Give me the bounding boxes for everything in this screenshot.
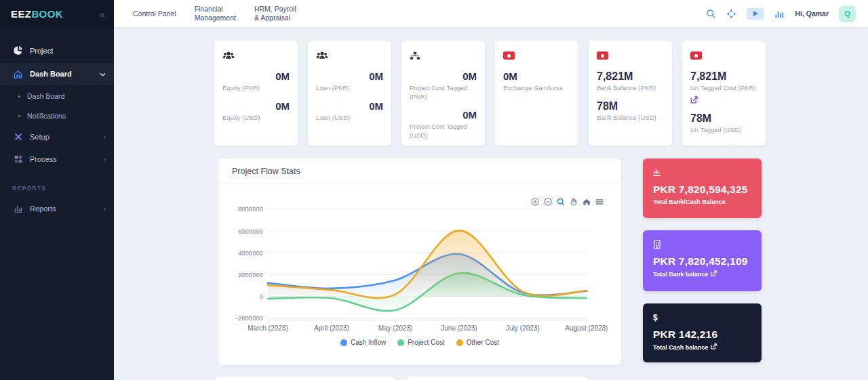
stat-label: Loan (USD): [316, 113, 383, 122]
legend-label: Other Cost: [467, 339, 499, 346]
sidebar-subitem-label: Notifications: [27, 112, 66, 120]
sidebar-item-label: Process: [30, 155, 57, 163]
tab-label-line1: HRM, Payroll: [254, 5, 296, 13]
bullet-dot-icon: [18, 96, 20, 98]
sidebar-subitem-dashboard[interactable]: Dash Board: [0, 87, 114, 105]
external-link-icon[interactable]: [711, 343, 717, 351]
summary-label: Total Bank/Cash Balance: [653, 198, 751, 205]
banknote-icon: [597, 49, 664, 62]
sidebar: EEZBOOK « Project Dash Board Dash Board …: [0, 0, 114, 380]
bank-icon: [653, 239, 751, 249]
expand-arrows-icon[interactable]: [726, 9, 736, 19]
bar-chart-icon: [12, 204, 24, 213]
partial-card: [216, 377, 395, 380]
sidebar-item-process[interactable]: Process ›: [0, 149, 114, 169]
pan-hand-icon[interactable]: [570, 198, 578, 206]
zoom-out-icon[interactable]: [544, 198, 552, 206]
sidebar-item-reports[interactable]: Reports ›: [0, 198, 114, 218]
summary-amount: PKR 7,820,452,109: [653, 255, 751, 268]
stat-value: 0M: [410, 70, 477, 83]
stat-value: 7,821M: [597, 70, 664, 83]
legend-item-other-cost[interactable]: Other Cost: [456, 339, 499, 346]
chart-toolbar: [531, 198, 604, 206]
tab-hrm-payroll[interactable]: HRM, Payroll& Appraisal: [254, 5, 296, 22]
sidebar-item-dashboard[interactable]: Dash Board: [0, 63, 114, 85]
sidebar-item-label: Dash Board: [30, 70, 72, 78]
sidebar-item-project[interactable]: Project: [0, 41, 114, 60]
stat-value: 0M: [503, 70, 570, 83]
stat-card-project-cost-tagged: 0MProject Cost Tagged (PKR) 0MProject Co…: [401, 41, 485, 146]
tab-control-panel[interactable]: Control Panel: [133, 9, 176, 18]
bullet-dot-icon: [18, 115, 20, 117]
legend-label: Cash Inflow: [351, 339, 386, 346]
chart-title: Project Flow Stats: [218, 159, 621, 184]
logo-primary: EEZ: [11, 8, 31, 20]
svg-text:March (2023): March (2023): [248, 324, 288, 332]
stat-card-equity: 0MEquity (PKR) 0MEquity (USD): [214, 41, 298, 146]
stat-label: Exchange Gain/Loss: [503, 83, 570, 92]
edit-icon[interactable]: [690, 94, 698, 106]
stat-card-loan: 0MLoan (PKR) 0MLoan (USD): [308, 41, 391, 146]
tab-financial-management[interactable]: FinancialManagement: [195, 5, 236, 22]
stat-label: Project Cost Tagged (PKR): [410, 83, 477, 101]
sidebar-item-label: Setup: [30, 133, 50, 141]
stats-bars-icon[interactable]: [774, 9, 785, 19]
stat-label: Un Tagged Cost (PKR): [690, 83, 757, 92]
sidebar-collapse-icon[interactable]: «: [100, 8, 105, 20]
project-flow-chart[interactable]: 80000006000000400000020000000-2000000Mar…: [218, 192, 621, 336]
legend-dot: [456, 339, 463, 346]
chevron-right-icon: ›: [103, 155, 106, 163]
stat-value: 0M: [410, 108, 477, 121]
stat-value: 0M: [222, 70, 290, 83]
summary-label-text: Total Bank/Cash Balance: [653, 198, 726, 205]
svg-text:May (2023): May (2023): [378, 324, 413, 332]
topbar-actions: Hi, Qamar Q: [706, 5, 856, 22]
svg-text:April (2023): April (2023): [314, 324, 349, 332]
chevron-right-icon: ›: [103, 133, 106, 141]
stat-label: Equity (PKR): [222, 83, 290, 92]
stat-card-bank-balance: 7,821MBank Balance (PKR) 78MBank Balance…: [589, 41, 672, 146]
stat-label: Bank Balance (USD): [597, 113, 664, 122]
external-link-icon[interactable]: [711, 270, 717, 278]
avatar[interactable]: Q: [839, 5, 856, 22]
total-bank-balance-card[interactable]: PKR 7,820,452,109 Total Bank balance: [643, 230, 762, 291]
svg-text:8000000: 8000000: [238, 205, 263, 213]
svg-text:July (2023): July (2023): [506, 324, 539, 332]
menu-icon[interactable]: [595, 198, 604, 206]
summary-amount: PKR 7,820,594,325: [653, 184, 751, 196]
svg-text:June (2023): June (2023): [441, 324, 477, 332]
chart-legend: Cash Inflow Project Cost Other Cost: [218, 339, 621, 346]
legend-dot: [340, 339, 347, 346]
selection-zoom-icon[interactable]: [557, 198, 565, 206]
summary-amount: PKR 142,216: [653, 329, 751, 341]
banknote-icon: [690, 49, 757, 62]
summary-label-text: Total Bank balance: [653, 271, 708, 278]
stat-label: Equity (USD): [222, 113, 290, 122]
sidebar-item-setup[interactable]: Setup ›: [0, 127, 114, 146]
app-logo: EEZBOOK: [11, 8, 63, 20]
stat-label: Loan (PKR): [316, 83, 383, 92]
dollar-icon: $: [653, 312, 751, 322]
sitemap-icon: [410, 49, 477, 62]
pie-chart-icon: [12, 45, 24, 56]
total-cash-balance-card[interactable]: $ PKR 142,216 Total Cash balance: [643, 303, 762, 362]
play-button[interactable]: [747, 8, 764, 20]
sidebar-menu: Project Dash Board Dash Board Notificati…: [0, 27, 114, 218]
sidebar-subitem-notifications[interactable]: Notifications: [0, 107, 114, 125]
tab-label-line2: Management: [195, 14, 236, 22]
svg-text:0: 0: [260, 293, 263, 300]
total-bank-cash-balance-card[interactable]: PKR 7,820,594,325 Total Bank/Cash Balanc…: [643, 159, 762, 218]
search-icon[interactable]: [706, 9, 716, 19]
legend-item-project-cost[interactable]: Project Cost: [397, 339, 444, 346]
project-flow-stats-card: Project Flow Stats 800000060000004000000…: [218, 159, 621, 365]
svg-text:August (2023): August (2023): [566, 324, 608, 332]
svg-text:6000000: 6000000: [238, 228, 263, 235]
home-icon: [12, 69, 24, 79]
chevron-down-icon: [100, 70, 106, 78]
stat-value: 0M: [316, 100, 383, 112]
home-reset-icon[interactable]: [583, 198, 591, 206]
legend-item-cash-inflow[interactable]: Cash Inflow: [340, 339, 386, 346]
zoom-in-icon[interactable]: [531, 198, 539, 206]
tab-label-line2: & Appraisal: [254, 14, 290, 22]
summary-label: Total Cash balance: [653, 343, 751, 351]
